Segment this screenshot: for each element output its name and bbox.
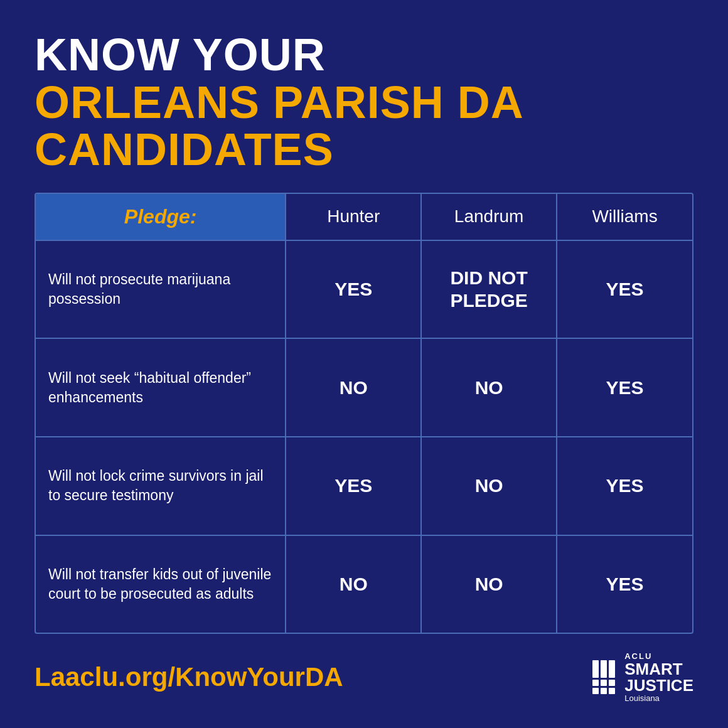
answer-cell-0-0: YES [286, 240, 421, 339]
logo-container: ACLU SMART JUSTICE Louisiana [592, 651, 693, 703]
answer-cell-0-1: DID NOTPLEDGE [421, 240, 557, 339]
answer-cell-2-2: YES [557, 437, 692, 535]
answer-cell-1-1: NO [421, 338, 557, 437]
title-line2: ORLEANS PARISH DA CANDIDATES [35, 79, 693, 174]
footer: Laaclu.org/KnowYourDA ACLU SMART JUSTICE [35, 651, 693, 703]
smart-justice-icon [592, 660, 615, 694]
candidate-header-williams: Williams [557, 194, 692, 240]
pledge-cell-1: Will not seek “habitual offender” enhanc… [36, 338, 286, 437]
header: KNOW YOUR ORLEANS PARISH DA CANDIDATES [35, 31, 693, 174]
logo-louisiana-label: Louisiana [624, 693, 693, 703]
pledge-header: Pledge: [36, 194, 286, 240]
answer-cell-0-2: YES [557, 240, 692, 339]
table-row: Will not transfer kids out of juvenile c… [36, 535, 692, 633]
comparison-table-wrapper: Pledge: Hunter Landrum Williams Will not… [35, 193, 693, 634]
logo-justice-label: JUSTICE [624, 677, 693, 693]
candidate-header-landrum: Landrum [421, 194, 557, 240]
answer-cell-2-1: NO [421, 437, 557, 535]
pledge-cell-2: Will not lock crime survivors in jail to… [36, 437, 286, 535]
candidate-header-hunter: Hunter [286, 194, 421, 240]
logo-text: ACLU SMART JUSTICE Louisiana [624, 651, 693, 703]
answer-cell-1-2: YES [557, 338, 692, 437]
table-row: Will not seek “habitual offender” enhanc… [36, 338, 692, 437]
logo-smart-label: SMART [624, 661, 693, 677]
table-row: Will not prosecute marijuana possessionY… [36, 240, 692, 339]
pledge-cell-0: Will not prosecute marijuana possession [36, 240, 286, 339]
table-header-row: Pledge: Hunter Landrum Williams [36, 194, 692, 240]
answer-cell-3-0: NO [286, 535, 421, 633]
title-line1: KNOW YOUR [35, 31, 693, 79]
table-row: Will not lock crime survivors in jail to… [36, 437, 692, 535]
answer-cell-1-0: NO [286, 338, 421, 437]
answer-cell-3-2: YES [557, 535, 692, 633]
pledge-cell-3: Will not transfer kids out of juvenile c… [36, 535, 286, 633]
answer-cell-3-1: NO [421, 535, 557, 633]
answer-cell-2-0: YES [286, 437, 421, 535]
comparison-table: Pledge: Hunter Landrum Williams Will not… [36, 194, 692, 633]
website-link: Laaclu.org/KnowYourDA [35, 662, 343, 692]
